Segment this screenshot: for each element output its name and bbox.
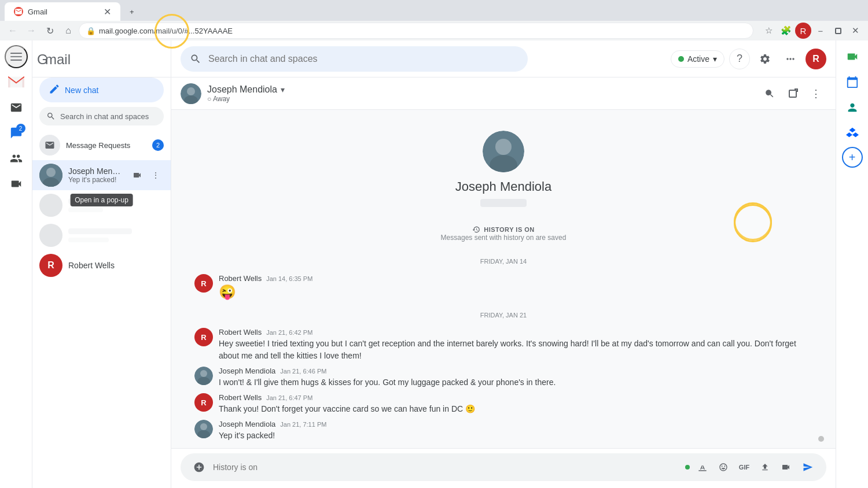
chat-item-robert[interactable]: R Robert Wells: [32, 250, 171, 280]
open-popup-button[interactable]: [782, 83, 803, 104]
add-content-button[interactable]: [190, 458, 208, 476]
msg-header-4: Robert Wells Jan 21, 6:47 PM: [219, 393, 812, 402]
joseph-avatar: [39, 164, 62, 187]
message-input[interactable]: [213, 463, 681, 472]
sidebar-item-spaces[interactable]: [5, 147, 28, 170]
search-label: Search in chat and spaces: [60, 112, 149, 121]
msg-sender-3: Joseph Mendiola: [219, 367, 275, 375]
main-search-bar[interactable]: [181, 46, 528, 72]
chat-search-bar[interactable]: Search in chat and spaces: [39, 107, 164, 125]
msg-sender-2: Robert Wells: [219, 328, 262, 337]
sidebar-item-mail[interactable]: [5, 96, 28, 119]
svg-point-15: [200, 370, 207, 377]
sidebar-menu-button[interactable]: [5, 45, 28, 68]
address-bar[interactable]: 🔒 mail.google.com/mail/u/0/#...52YAAAAE: [79, 23, 753, 39]
close-window-button[interactable]: ✕: [847, 23, 863, 39]
active-label: Active: [687, 54, 709, 64]
browser-tabs: Gmail ✕ +: [0, 0, 868, 21]
dropbox-icon[interactable]: [841, 121, 864, 145]
chrome-profile-icon[interactable]: R: [795, 23, 811, 39]
minimize-button[interactable]: −: [812, 23, 829, 39]
msg-sender-4: Robert Wells: [219, 393, 262, 402]
video-button[interactable]: [778, 459, 794, 475]
contact-name-blur: [480, 199, 527, 207]
chat-item-joseph[interactable]: Joseph Mendi... Yep it's packed! ⋮ Open …: [32, 160, 171, 190]
msg-content-3: Joseph Mendiola Jan 21, 6:46 PM I won't!…: [219, 367, 812, 389]
contact-header-info: Joseph Mendiola ▾ ○ Away: [207, 84, 759, 103]
msg-text-2: Hey sweetie! I tried texting you but I c…: [219, 338, 812, 362]
sidebar-item-meet[interactable]: [5, 172, 28, 195]
gif-button[interactable]: GIF: [736, 459, 752, 475]
blurred-avatar-1: [39, 194, 62, 217]
msg-time-4: Jan 21, 6:47 PM: [266, 394, 312, 401]
msg-text-5: Yep it's packed!: [219, 430, 812, 442]
calendar-icon[interactable]: [841, 71, 864, 94]
svg-rect-0: [10, 53, 22, 54]
new-chat-button[interactable]: New chat: [39, 77, 164, 102]
upload-button[interactable]: [757, 459, 773, 475]
refresh-button[interactable]: ↻: [42, 23, 58, 39]
rw-avatar-1: R: [194, 274, 213, 293]
svg-rect-1: [10, 56, 22, 57]
msg-header-5: Joseph Mendiola Jan 21, 7:11 PM: [219, 420, 812, 428]
help-button[interactable]: ?: [729, 49, 750, 69]
chat-search-button[interactable]: [759, 83, 780, 104]
message-requests-row[interactable]: Message Requests 2: [32, 130, 171, 160]
toolbar-icons: ☆ 🧩 R − ✕: [760, 23, 863, 39]
history-subtitle: Messages sent with history on are saved: [441, 234, 567, 242]
svg-text:mail: mail: [45, 51, 71, 67]
browser-chrome: Gmail ✕ + ← → ↻ ⌂ 🔒 mail.google.com/mail…: [0, 0, 868, 40]
msg-sender-5: Joseph Mendiola: [219, 420, 275, 428]
message-row-2: R Robert Wells Jan 21, 6:42 PM Hey sweet…: [194, 328, 812, 362]
tab-favicon: [14, 7, 23, 16]
back-button[interactable]: ←: [5, 23, 21, 39]
message-row-1: R Robert Wells Jan 14, 6:35 PM 😜: [194, 274, 812, 300]
emoji-button[interactable]: [715, 459, 731, 475]
restore-button[interactable]: [830, 23, 846, 39]
format-text-button[interactable]: [694, 459, 711, 475]
sidebar-item-chat[interactable]: 2: [5, 121, 28, 145]
history-on-row: HISTORY IS ON: [472, 225, 535, 234]
settings-button[interactable]: [755, 49, 775, 69]
message-row-5: Joseph Mendiola Jan 21, 7:11 PM Yep it's…: [194, 420, 812, 442]
history-status: HISTORY IS ON: [484, 226, 535, 233]
apps-button[interactable]: [780, 49, 801, 69]
chat-item-blurred-2[interactable]: [32, 220, 171, 250]
more-options-button[interactable]: ⋮: [806, 83, 826, 104]
video-call-icon[interactable]: [129, 167, 145, 183]
home-button[interactable]: ⌂: [60, 23, 76, 39]
more-options-icon[interactable]: ⋮: [148, 167, 164, 183]
msg-header-2: Robert Wells Jan 21, 6:42 PM: [219, 328, 812, 337]
contact-dropdown-arrow[interactable]: ▾: [281, 85, 285, 94]
robert-name: Robert Wells: [68, 261, 164, 270]
tab-close-icon[interactable]: ✕: [104, 6, 111, 17]
chat-actions-joseph: ⋮: [129, 167, 164, 183]
date-divider-jan21: FRIDAY, JAN 21: [194, 312, 812, 319]
contact-large-name: Joseph Mendiola: [455, 179, 551, 194]
chat-list-panel: G mail New chat Search in chat and space…: [32, 40, 171, 488]
contacts-icon[interactable]: [841, 96, 864, 119]
contact-info-section: Joseph Mendiola: [194, 119, 812, 216]
browser-tab-gmail[interactable]: Gmail ✕: [5, 2, 120, 21]
gmail-logo: G mail: [37, 50, 90, 68]
google-meet-icon[interactable]: [841, 45, 864, 68]
msg-header-3: Joseph Mendiola Jan 21, 6:46 PM: [219, 367, 812, 375]
contact-header-status: ○ Away: [207, 95, 759, 103]
rw-avatar-2: R: [194, 328, 213, 346]
open-popup-tooltip: Open in a pop-up: [70, 194, 133, 206]
main-chat-area: Active ▾ ? R: [171, 40, 836, 488]
bookmark-icon[interactable]: ☆: [760, 23, 777, 39]
message-row-3: Joseph Mendiola Jan 21, 6:46 PM I won't!…: [194, 367, 812, 389]
new-tab-button[interactable]: +: [120, 2, 144, 21]
chat-messages: Joseph Mendiola HISTORY IS ON Messages s…: [171, 110, 836, 448]
extensions-icon[interactable]: 🧩: [778, 23, 794, 39]
url-text: mail.google.com/mail/u/0/#...52YAAAAE: [99, 27, 233, 35]
active-status-indicator[interactable]: Active ▾: [671, 50, 724, 68]
forward-button[interactable]: →: [23, 23, 39, 39]
user-avatar[interactable]: R: [806, 49, 826, 69]
msg-content-2: Robert Wells Jan 21, 6:42 PM Hey sweetie…: [219, 328, 812, 362]
chat-input-area: GIF: [171, 448, 836, 488]
send-button[interactable]: [799, 458, 817, 476]
add-app-button[interactable]: +: [842, 147, 863, 168]
main-search-input[interactable]: [208, 54, 518, 64]
